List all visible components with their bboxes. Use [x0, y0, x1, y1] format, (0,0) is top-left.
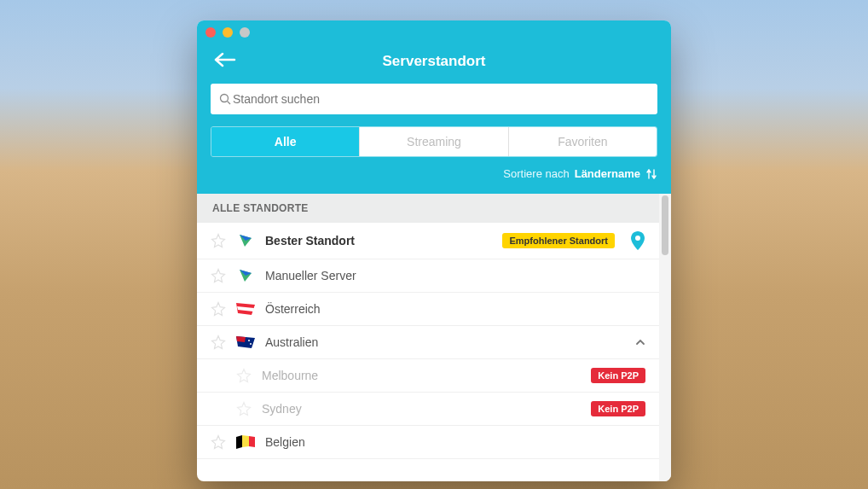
scrollbar[interactable] — [659, 194, 671, 481]
svg-point-12 — [250, 343, 252, 345]
row-label: Belgien — [265, 435, 645, 449]
favorite-star-icon[interactable] — [211, 434, 226, 450]
no-p2p-badge: Kein P2P — [591, 368, 645, 383]
tab-all[interactable]: Alle — [211, 127, 360, 156]
row-austria[interactable]: Österreich — [197, 293, 659, 326]
svg-point-4 — [635, 236, 640, 241]
favorite-star-icon[interactable] — [211, 301, 226, 317]
row-label: Melbourne — [262, 369, 581, 382]
app-logo-icon — [236, 269, 255, 282]
tab-favorites[interactable]: Favoriten — [509, 127, 657, 156]
row-label: Manueller Server — [265, 269, 645, 282]
recommended-badge: Empfohlener Standort — [502, 233, 615, 248]
sort-label: Sortiere nach — [503, 167, 569, 180]
svg-marker-15 — [249, 436, 255, 447]
row-sydney[interactable]: Sydney Kein P2P — [197, 393, 659, 426]
row-label: Österreich — [265, 302, 645, 316]
svg-point-0 — [221, 95, 229, 102]
row-melbourne[interactable]: Melbourne Kein P2P — [197, 359, 659, 393]
search-icon — [219, 93, 231, 105]
flag-belgium-icon — [236, 435, 255, 449]
row-belgium[interactable]: Belgien — [197, 426, 659, 459]
favorite-star-icon[interactable] — [236, 368, 252, 383]
flag-austria-icon — [236, 302, 255, 316]
app-logo-icon — [236, 234, 255, 247]
row-australia[interactable]: Australien — [197, 326, 659, 359]
back-button[interactable] — [214, 51, 238, 68]
tab-streaming[interactable]: Streaming — [360, 127, 508, 156]
desktop-background: Serverstandort Alle Streaming Favoriten … — [0, 0, 868, 489]
search-input[interactable] — [231, 91, 649, 107]
close-window-button[interactable] — [205, 27, 216, 38]
favorite-star-icon[interactable] — [236, 401, 252, 416]
row-label: Australien — [265, 335, 625, 349]
favorite-star-icon[interactable] — [211, 233, 226, 248]
page-title: Serverstandort — [383, 53, 486, 70]
header: Serverstandort Alle Streaming Favoriten … — [197, 44, 671, 194]
section-header: ALLE STANDORTE — [197, 194, 659, 223]
sort-row[interactable]: Sortiere nach Ländername — [211, 167, 657, 180]
row-best-location[interactable]: Bester Standort Empfohlener Standort — [197, 223, 659, 259]
row-label: Sydney — [262, 402, 581, 416]
back-arrow-icon — [214, 51, 238, 68]
search-field[interactable] — [211, 84, 657, 114]
svg-line-1 — [228, 102, 231, 105]
favorite-star-icon[interactable] — [211, 335, 226, 350]
header-top: Serverstandort — [211, 48, 657, 75]
maximize-window-button[interactable] — [240, 27, 250, 38]
list-wrap: ALLE STANDORTE Bester Standort Empfohlen… — [197, 194, 671, 481]
svg-marker-13 — [236, 435, 242, 449]
chevron-up-icon[interactable] — [635, 337, 645, 347]
titlebar — [197, 20, 671, 44]
flag-australia-icon — [236, 335, 255, 349]
svg-marker-14 — [242, 435, 249, 447]
app-window: Serverstandort Alle Streaming Favoriten … — [197, 20, 671, 481]
traffic-lights — [205, 27, 250, 38]
minimize-window-button[interactable] — [223, 27, 233, 38]
row-manual-server[interactable]: Manueller Server — [197, 259, 659, 293]
svg-point-11 — [248, 340, 250, 341]
row-label: Bester Standort — [265, 234, 492, 247]
favorite-star-icon[interactable] — [211, 268, 226, 283]
location-pin-icon — [630, 231, 645, 250]
tabs: Alle Streaming Favoriten — [211, 126, 657, 157]
sort-icon — [645, 168, 657, 180]
no-p2p-badge: Kein P2P — [591, 401, 645, 416]
sort-value: Ländername — [575, 167, 640, 180]
location-list[interactable]: ALLE STANDORTE Bester Standort Empfohlen… — [197, 194, 659, 481]
svg-marker-10 — [236, 336, 246, 342]
scrollbar-thumb[interactable] — [662, 195, 668, 255]
